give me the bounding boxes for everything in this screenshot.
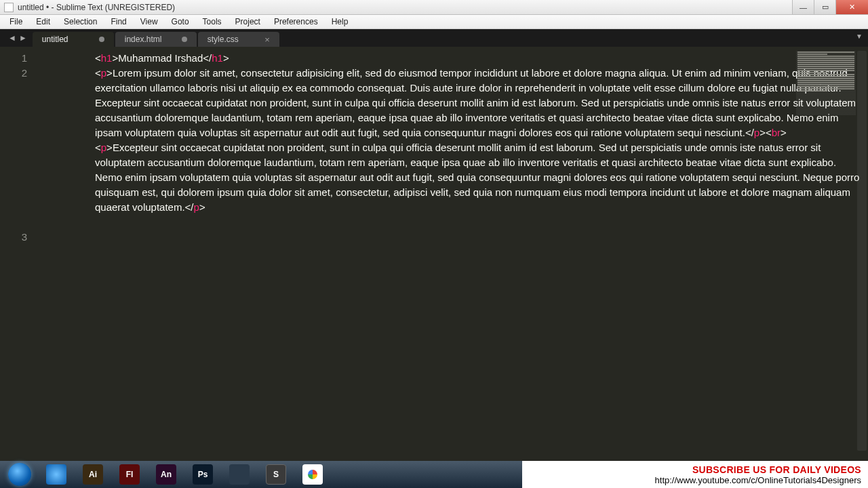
- ie-icon: [46, 464, 66, 485]
- taskbar-photoshop[interactable]: Ps: [184, 461, 221, 488]
- menu-selection[interactable]: Selection: [57, 15, 104, 28]
- taskbar-ie[interactable]: [38, 461, 75, 488]
- app-window: untitled • - Sublime Text (UNREGISTERED)…: [0, 0, 868, 488]
- windows-taskbar[interactable]: Ai Fl An Ps S: [0, 461, 522, 488]
- editor[interactable]: 1 2 3 <h1>Muhammad Irshad</h1> <p>Lorem …: [0, 47, 868, 474]
- taskbar-explorer[interactable]: [221, 461, 258, 488]
- tab-overflow-icon[interactable]: ▼: [856, 33, 863, 40]
- gutter[interactable]: 1 2 3: [0, 47, 34, 474]
- taskbar-illustrator[interactable]: Ai: [75, 461, 111, 488]
- taskbar-chrome[interactable]: [294, 461, 331, 488]
- minimize-button[interactable]: —: [792, 0, 814, 14]
- menu-file[interactable]: File: [3, 15, 29, 28]
- dirty-indicator-icon: [99, 37, 104, 42]
- line-number[interactable]: 3: [0, 230, 27, 364]
- line-number[interactable]: 1: [0, 51, 27, 66]
- window-title: untitled • - Sublime Text (UNREGISTERED): [18, 3, 792, 12]
- taskbar-animate[interactable]: An: [148, 461, 184, 488]
- menu-preferences[interactable]: Preferences: [267, 15, 325, 28]
- sublime-icon: S: [266, 464, 286, 485]
- close-button[interactable]: ✕: [835, 0, 868, 14]
- tab-close-icon[interactable]: ×: [264, 35, 270, 45]
- menu-tools[interactable]: Tools: [196, 15, 229, 28]
- illustrator-icon: Ai: [83, 464, 103, 485]
- animate-icon: An: [156, 464, 176, 485]
- tab-label: untitled: [42, 35, 68, 44]
- tab-label: index.html: [125, 35, 162, 44]
- minimap[interactable]: [796, 51, 856, 115]
- nav-back-icon[interactable]: ◄: [8, 33, 16, 43]
- tab-untitled[interactable]: untitled: [33, 32, 114, 47]
- vertical-scrollbar[interactable]: [857, 51, 867, 451]
- explorer-icon: [229, 464, 250, 485]
- fold-margin[interactable]: [34, 47, 95, 474]
- scrollbar-thumb[interactable]: [857, 51, 867, 451]
- menu-view[interactable]: View: [134, 15, 165, 28]
- subscribe-headline: SUBSCRIBE US FOR DAILY VIDEOS: [692, 464, 861, 475]
- dirty-indicator-icon: [182, 37, 187, 42]
- windows-orb-icon: [8, 463, 31, 486]
- maximize-button[interactable]: ▭: [814, 0, 835, 14]
- taskbar-sublime[interactable]: S: [258, 461, 294, 488]
- line-number[interactable]: 2: [0, 66, 27, 230]
- bottom-overlay: Ai Fl An Ps S SUBSCRIBE US FOR DAILY VID…: [0, 461, 868, 488]
- app-icon: [4, 3, 14, 12]
- menu-edit[interactable]: Edit: [29, 15, 57, 28]
- menu-project[interactable]: Project: [229, 15, 267, 28]
- tab-index-html[interactable]: index.html: [115, 32, 197, 47]
- menubar: File Edit Selection Find View Goto Tools…: [0, 15, 868, 29]
- titlebar[interactable]: untitled • - Sublime Text (UNREGISTERED)…: [0, 0, 868, 15]
- code-area[interactable]: <h1>Muhammad Irshad</h1> <p>Lorem ipsum …: [95, 47, 868, 474]
- taskbar-flash[interactable]: Fl: [111, 461, 148, 488]
- menu-find[interactable]: Find: [104, 15, 133, 28]
- flash-icon: Fl: [119, 464, 140, 485]
- menu-goto[interactable]: Goto: [165, 15, 196, 28]
- subscribe-url: http://www.youtube.com/c/OnlineTutorials…: [655, 475, 861, 485]
- tab-label: style.css: [208, 35, 239, 44]
- nav-forward-icon[interactable]: ►: [19, 33, 27, 43]
- start-button[interactable]: [1, 461, 38, 488]
- window-buttons: — ▭ ✕: [792, 0, 868, 14]
- subscribe-banner: SUBSCRIBE US FOR DAILY VIDEOS http://www…: [522, 461, 868, 488]
- tabstrip: ◄ ► untitled index.html style.css × ▼: [0, 29, 868, 47]
- menu-help[interactable]: Help: [325, 15, 355, 28]
- tab-style-css[interactable]: style.css ×: [198, 32, 279, 47]
- tab-history-nav[interactable]: ◄ ►: [3, 29, 33, 47]
- photoshop-icon: Ps: [193, 464, 213, 485]
- chrome-icon: [302, 464, 323, 485]
